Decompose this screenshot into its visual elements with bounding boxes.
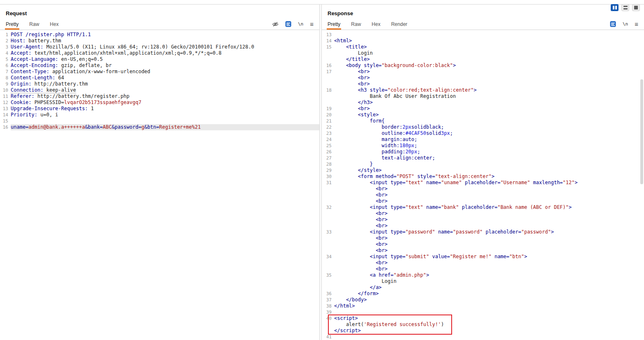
tab-pretty[interactable]: Pretty [327,19,341,30]
code-line[interactable]: 21 form{ [323,118,644,124]
code-line[interactable]: <br> [323,260,644,266]
code-line[interactable]: <br> [323,247,644,254]
line-number: 8 [2,75,8,81]
code-line[interactable]: 35 <a href="admin.php"> [323,272,644,278]
line-number: 15 [323,44,332,50]
eye-hidden-icon[interactable] [272,21,279,27]
code-line[interactable]: </a> [323,284,644,291]
code-line[interactable]: 37 </body> [323,297,644,303]
newline-toggle[interactable]: \n [298,21,303,27]
code-line[interactable]: 13 [323,32,644,38]
code-line[interactable]: 31 <input type="text" name="uname" place… [323,180,644,186]
layout-rows-button[interactable] [621,4,629,11]
code-line[interactable]: <br> [323,210,644,217]
line-number: 5 [2,56,8,62]
code-line[interactable]: 16uname=admin@bank.a++++++a&bank=ABC&pas… [2,124,319,130]
code-line[interactable]: 11Referer: http://battery.thm/register.p… [2,93,319,99]
code-line[interactable]: Bank Of Abc User Registration [323,93,644,99]
code-line[interactable]: 5Accept-Language: en-US,en;q=0.5 [2,56,319,62]
code-line[interactable]: 12Cookie: PHPSESSID=lvqarO2b5173sspaehfg… [2,99,319,106]
code-line[interactable]: 33 <input type="password" name="password… [323,229,644,235]
code-line[interactable]: 22 border:2pxsolidblack; [323,124,644,130]
layout-single-button[interactable] [632,4,640,11]
code-line[interactable]: 13Upgrade-Insecure-Requests: 1 [2,106,319,112]
code-line[interactable]: Login [323,278,644,284]
line-number: 18 [323,87,332,93]
line-number: 20 [323,112,332,118]
code-line[interactable]: <br> [323,198,644,204]
code-line[interactable]: 19 <br> [323,106,644,112]
code-line[interactable]: 14<html> [323,38,644,44]
code-line[interactable]: alert('Registered successfully!') [323,321,644,328]
newline-toggle[interactable]: \n [623,21,628,27]
line-number [323,75,332,81]
code-line[interactable]: 3User-Agent: Mozilla/5.0 (X11; Linux x86… [2,44,319,50]
code-line[interactable]: <br> [323,186,644,192]
tab-raw[interactable]: Raw [28,19,40,30]
code-line[interactable]: </script> [323,328,644,334]
response-viewer[interactable]: 1314<html>15 <title> Login </title>16 <b… [322,30,644,340]
code-line[interactable]: 27 text-align:center; [323,155,644,161]
code-line[interactable]: 34 <input type="submit" value="Register … [323,254,644,260]
code-line[interactable]: <br> [323,75,644,81]
code-line[interactable]: 20 <style> [323,112,644,118]
code-line[interactable]: 17 <br> [323,69,644,75]
code-line[interactable]: Login [323,50,644,56]
request-editor[interactable]: 1POST /register.php HTTP/1.12Host: batte… [0,30,319,340]
tab-render[interactable]: Render [390,19,408,30]
line-number [323,198,332,204]
code-line[interactable]: 25 width:180px; [323,143,644,149]
code-line[interactable]: 40<script> [323,315,644,321]
code-line[interactable]: 7Content-Type: application/x-www-form-ur… [2,69,319,75]
scrollbar-thumb[interactable] [640,79,643,184]
menu-icon[interactable]: ≡ [635,21,638,27]
code-line[interactable]: 38</html> [323,303,644,309]
code-line[interactable]: 15 <title> [323,44,644,50]
code-line[interactable]: 10Connection: keep-alive [2,87,319,93]
code-line[interactable]: 29 </style> [323,167,644,173]
syntax-highlight-icon[interactable] [610,21,616,27]
code-line[interactable]: 28 } [323,161,644,167]
response-toolbar-icons: \n ≡ [610,19,638,30]
columns-icon [615,6,617,9]
code-line[interactable]: 6Accept-Encoding: gzip, deflate, br [2,62,319,69]
code-line[interactable]: 36 </form> [323,291,644,297]
line-number: 10 [2,87,8,93]
code-line[interactable]: <br> [323,217,644,223]
code-line[interactable]: <br> [323,192,644,198]
code-line[interactable]: <br> [323,235,644,241]
code-line[interactable]: <br> [323,241,644,247]
code-line[interactable]: 4Accept: text/html,application/xhtml+xml… [2,50,319,56]
tab-hex[interactable]: Hex [49,19,59,30]
code-line[interactable]: 39 [323,309,644,315]
code-line[interactable]: 16 <body style="background-color:black"> [323,62,644,69]
line-number: 19 [323,106,332,112]
code-line[interactable]: </h3> [323,99,644,106]
code-line[interactable]: 32 <input type="text" name="bank" placeh… [323,204,644,210]
code-line[interactable]: 24 margin:auto; [323,136,644,143]
tab-hex[interactable]: Hex [371,19,381,30]
menu-icon[interactable]: ≡ [310,21,314,27]
syntax-highlight-icon[interactable] [285,21,291,27]
code-line[interactable]: 9Origin: http://battery.thm [2,81,319,87]
line-number [323,210,332,217]
code-line[interactable]: 18 <h3 style="color:red;text-align:cente… [323,87,644,93]
code-line[interactable]: <br> [323,81,644,87]
line-number [323,235,332,241]
tab-raw[interactable]: Raw [350,19,362,30]
code-line[interactable]: 14Priority: u=0, i [2,112,319,118]
code-line[interactable]: <br> [323,266,644,272]
layout-columns-button[interactable] [611,4,619,11]
code-line[interactable]: 26 padding:20px; [323,149,644,155]
code-line[interactable]: </title> [323,56,644,62]
code-line[interactable]: <br> [323,223,644,229]
tab-pretty[interactable]: Pretty [5,19,19,30]
line-number [323,192,332,198]
code-line[interactable]: 8Content-Length: 64 [2,75,319,81]
code-line[interactable]: 30 <form method="POST" style="text-align… [323,173,644,180]
code-line[interactable]: 41 [323,334,644,340]
code-line[interactable]: 15 [2,118,319,124]
code-line[interactable]: 23 outline:#4CAF50solid3px; [323,130,644,136]
code-line[interactable]: 1POST /register.php HTTP/1.1 [2,32,319,38]
code-line[interactable]: 2Host: battery.thm [2,38,319,44]
